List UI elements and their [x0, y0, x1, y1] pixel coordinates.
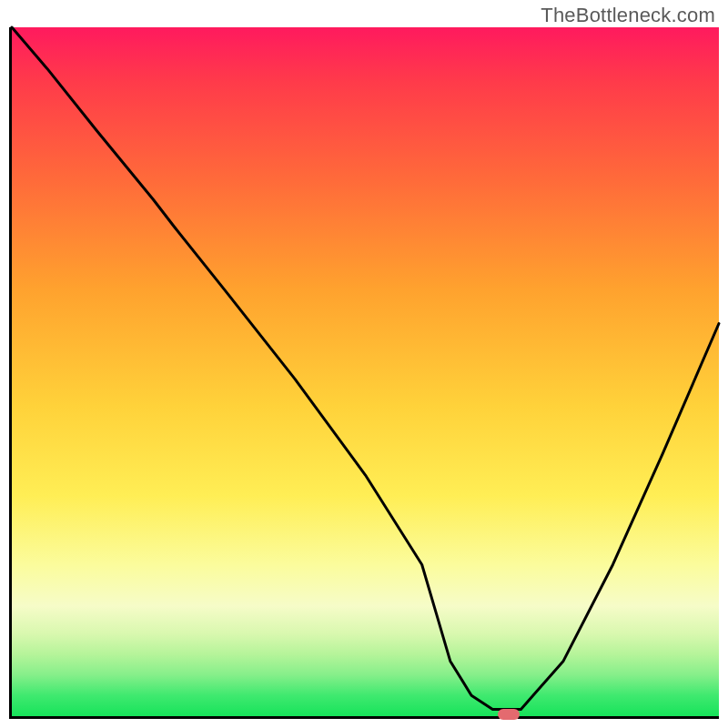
chart-container: TheBottleneck.com	[0, 0, 728, 728]
curve-path	[12, 27, 719, 709]
plot-area	[9, 27, 719, 719]
bottleneck-curve	[12, 27, 719, 716]
optimal-marker	[498, 709, 520, 720]
watermark-text: TheBottleneck.com	[541, 4, 715, 27]
